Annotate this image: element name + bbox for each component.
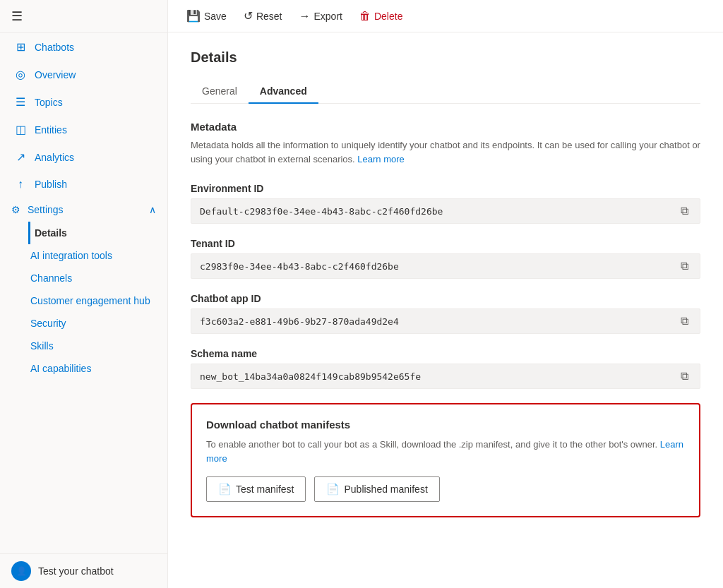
sidebar-child-label: Channels [30, 272, 72, 284]
hamburger-icon[interactable]: ☰ [11, 8, 23, 24]
chatbots-icon: ⊞ [13, 40, 28, 54]
sidebar-header: ☰ [0, 0, 167, 33]
sidebar-item-entities[interactable]: ◫ Entities [0, 116, 167, 143]
sidebar-child-channels[interactable]: Channels [28, 267, 167, 289]
field-chatbot-app-id: Chatbot app ID f3c603a2-e881-49b6-9b27-8… [191, 293, 700, 334]
field-value-row-tenant-id: c2983f0e-34ee-4b43-8abc-c2f460fd26be ⧉ [191, 253, 700, 279]
reset-button[interactable]: ↺ Reset [237, 6, 289, 26]
topics-icon: ☰ [13, 95, 28, 109]
manifest-description: To enable another bot to call your bot a… [206, 438, 685, 465]
field-value-row-schema-name: new_bot_14ba34a0a0824f149cab89b9542e65fe… [191, 364, 700, 389]
export-button[interactable]: → Export [292, 6, 349, 26]
sidebar-item-label: Entities [35, 124, 67, 136]
tabs: General Advanced [191, 80, 700, 104]
tab-general[interactable]: General [191, 80, 249, 104]
save-icon: 💾 [186, 9, 201, 23]
sidebar-child-label: AI integration tools [30, 250, 112, 261]
save-label: Save [204, 11, 227, 22]
test-chatbot-label: Test your chatbot [38, 565, 114, 577]
field-label-schema-name: Schema name [191, 348, 700, 359]
settings-group: ⚙ Settings ∧ Details AI integration tool… [0, 198, 167, 380]
sidebar-item-publish[interactable]: ↑ Publish [0, 171, 167, 198]
avatar-initials: 👤 [16, 566, 27, 576]
field-value-schema-name: new_bot_14ba34a0a0824f149cab89b9542e65fe [200, 371, 678, 382]
main-content: 💾 Save ↺ Reset → Export 🗑 Delete Details… [168, 0, 723, 588]
reset-label: Reset [256, 11, 282, 22]
field-value-chatbot-app-id: f3c603a2-e881-49b6-9b27-870ada49d2e4 [200, 316, 678, 327]
export-label: Export [314, 11, 342, 22]
toolbar: 💾 Save ↺ Reset → Export 🗑 Delete [168, 0, 723, 32]
published-manifest-icon: 📄 [326, 483, 340, 496]
published-manifest-button[interactable]: 📄 Published manifest [314, 476, 439, 502]
sidebar-item-chatbots[interactable]: ⊞ Chatbots [0, 33, 167, 61]
sidebar-item-overview[interactable]: ◎ Overview [0, 61, 167, 88]
field-environment-id: Environment ID Default-c2983f0e-34ee-4b4… [191, 183, 700, 224]
field-value-row-chatbot-app-id: f3c603a2-e881-49b6-9b27-870ada49d2e4 ⧉ [191, 308, 700, 334]
publish-icon: ↑ [13, 178, 28, 191]
sidebar-child-label: Security [30, 318, 66, 329]
metadata-description: Metadata holds all the information to un… [191, 138, 700, 166]
sidebar-item-label: Publish [35, 179, 67, 190]
tab-advanced[interactable]: Advanced [249, 80, 318, 104]
field-label-environment-id: Environment ID [191, 183, 700, 194]
sidebar: ☰ ⊞ Chatbots ◎ Overview ☰ Topics ◫ Entit… [0, 0, 168, 588]
sidebar-child-label: Customer engagement hub [30, 295, 150, 306]
published-manifest-label: Published manifest [344, 484, 427, 495]
field-value-tenant-id: c2983f0e-34ee-4b43-8abc-c2f460fd26be [200, 261, 678, 272]
delete-button[interactable]: 🗑 Delete [352, 6, 410, 26]
sidebar-item-label: Analytics [35, 152, 74, 163]
copy-button-tenant-id[interactable]: ⧉ [678, 260, 691, 272]
sidebar-child-label: Skills [30, 340, 54, 352]
settings-icon: ⚙ [11, 204, 20, 215]
avatar: 👤 [11, 561, 31, 581]
sidebar-child-ai-integration[interactable]: AI integration tools [28, 244, 167, 267]
entities-icon: ◫ [13, 123, 28, 136]
sidebar-item-label: Chatbots [35, 42, 74, 53]
analytics-icon: ↗ [13, 150, 28, 164]
copy-button-environment-id[interactable]: ⧉ [678, 205, 691, 217]
sidebar-item-label: Topics [35, 97, 63, 108]
delete-icon: 🗑 [359, 10, 371, 23]
copy-button-chatbot-app-id[interactable]: ⧉ [678, 315, 691, 328]
settings-header[interactable]: ⚙ Settings ∧ [0, 198, 167, 222]
manifest-box: Download chatbot manifests To enable ano… [191, 403, 700, 517]
page-title: Details [191, 49, 700, 66]
sidebar-item-analytics[interactable]: ↗ Analytics [0, 143, 167, 171]
field-value-row-environment-id: Default-c2983f0e-34ee-4b43-8abc-c2f460fd… [191, 198, 700, 224]
sidebar-child-label: AI capabilities [30, 363, 91, 374]
field-value-environment-id: Default-c2983f0e-34ee-4b43-8abc-c2f460fd… [200, 206, 678, 217]
sidebar-child-customer-engagement[interactable]: Customer engagement hub [28, 289, 167, 312]
sidebar-child-details[interactable]: Details [28, 222, 167, 244]
overview-icon: ◎ [13, 68, 28, 81]
sidebar-child-skills[interactable]: Skills [28, 335, 167, 357]
copy-button-schema-name[interactable]: ⧉ [678, 370, 691, 383]
field-tenant-id: Tenant ID c2983f0e-34ee-4b43-8abc-c2f460… [191, 238, 700, 279]
field-schema-name: Schema name new_bot_14ba34a0a0824f149cab… [191, 348, 700, 389]
page-body: Details General Advanced Metadata Metada… [168, 32, 723, 588]
sidebar-item-label: Overview [35, 69, 76, 80]
manifest-title: Download chatbot manifests [206, 419, 685, 431]
metadata-title: Metadata [191, 121, 700, 133]
save-button[interactable]: 💾 Save [179, 6, 234, 26]
manifest-buttons: 📄 Test manifest 📄 Published manifest [206, 476, 685, 502]
settings-label: Settings [28, 204, 64, 215]
sidebar-child-security[interactable]: Security [28, 312, 167, 335]
sidebar-footer[interactable]: 👤 Test your chatbot [0, 553, 167, 588]
settings-children: Details AI integration tools Channels Cu… [0, 222, 167, 380]
sidebar-item-topics[interactable]: ☰ Topics [0, 88, 167, 116]
delete-label: Delete [374, 11, 402, 22]
field-label-chatbot-app-id: Chatbot app ID [191, 293, 700, 304]
reset-icon: ↺ [244, 9, 253, 23]
test-manifest-icon: 📄 [218, 483, 232, 496]
test-manifest-button[interactable]: 📄 Test manifest [206, 476, 306, 502]
sidebar-child-ai-capabilities[interactable]: AI capabilities [28, 357, 167, 380]
export-icon: → [299, 10, 311, 23]
field-label-tenant-id: Tenant ID [191, 238, 700, 249]
metadata-learn-more-link[interactable]: Learn more [357, 154, 404, 164]
sidebar-child-label: Details [35, 227, 67, 239]
chevron-up-icon: ∧ [149, 204, 156, 215]
test-manifest-label: Test manifest [236, 484, 294, 495]
